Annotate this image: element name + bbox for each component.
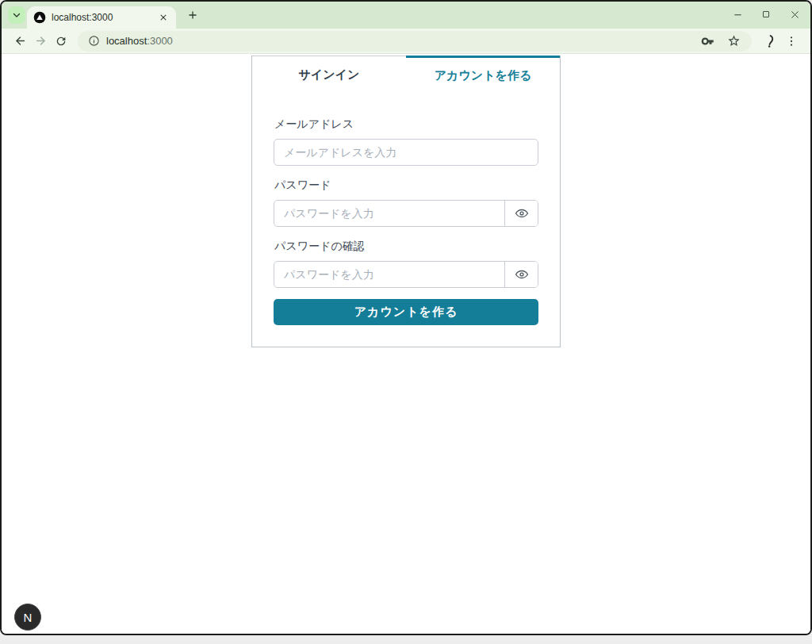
password-confirm-input-group <box>274 261 538 288</box>
site-info-icon[interactable] <box>86 32 102 51</box>
window-controls <box>723 2 809 27</box>
browser-toolbar: localhost:3000 <box>2 29 810 54</box>
tab-create-account[interactable]: アカウントを作る <box>406 56 560 94</box>
browser-tabstrip: localhost:3000 <box>2 2 810 29</box>
eye-icon <box>515 267 529 282</box>
profile-avatar[interactable] <box>758 31 780 52</box>
password-input-group <box>274 200 538 227</box>
url-text: localhost:3000 <box>106 35 173 47</box>
nextjs-devtools-button[interactable]: N <box>14 604 41 631</box>
browser-tab-localhost[interactable]: localhost:3000 <box>27 6 176 29</box>
new-tab-button[interactable] <box>182 5 203 25</box>
password-field[interactable] <box>274 201 504 226</box>
forward-button[interactable] <box>30 31 51 52</box>
tab-sign-in[interactable]: サインイン <box>252 56 406 94</box>
minimize-button[interactable] <box>723 2 752 26</box>
url-host: localhost <box>106 35 147 47</box>
back-button[interactable] <box>10 31 30 52</box>
nextjs-favicon-icon <box>33 11 46 24</box>
auth-card: サインイン アカウントを作る メールアドレス パスワード パスワードの確認 <box>251 56 561 347</box>
password-confirm-field[interactable] <box>274 262 504 287</box>
bookmark-star-icon[interactable] <box>723 32 744 51</box>
browser-menu-icon[interactable] <box>780 31 802 52</box>
password-confirm-label: パスワードの確認 <box>274 240 538 254</box>
url-port: :3000 <box>147 35 173 47</box>
eye-icon <box>515 206 529 220</box>
desktop-edge <box>0 635 812 644</box>
password-label: パスワード <box>274 178 538 193</box>
password-manager-key-icon[interactable] <box>698 32 718 51</box>
tab-search-button[interactable] <box>8 6 25 24</box>
page-content: サインイン アカウントを作る メールアドレス パスワード パスワードの確認 <box>2 54 810 634</box>
tab-title: localhost:3000 <box>52 12 151 23</box>
close-window-button[interactable] <box>780 2 809 26</box>
email-field[interactable] <box>274 139 538 166</box>
toggle-password-visibility-button[interactable] <box>504 201 538 226</box>
auth-tabs: サインイン アカウントを作る <box>252 56 560 94</box>
maximize-button[interactable] <box>752 2 780 26</box>
reload-button[interactable] <box>51 31 71 52</box>
signup-form: メールアドレス パスワード パスワードの確認 <box>252 94 560 325</box>
address-bar[interactable]: localhost:3000 <box>78 31 752 52</box>
toggle-password-confirm-visibility-button[interactable] <box>504 262 538 287</box>
create-account-button[interactable]: アカウントを作る <box>274 299 538 325</box>
email-label: メールアドレス <box>274 117 538 132</box>
tab-close-icon[interactable] <box>157 11 170 24</box>
chevron-down-icon <box>11 10 22 21</box>
browser-window: localhost:3000 <box>0 0 812 635</box>
